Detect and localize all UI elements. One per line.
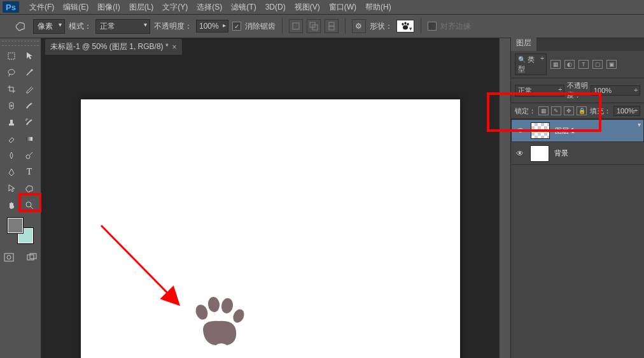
layer-blend-select[interactable]: 正常 (515, 85, 564, 97)
path-op-1[interactable] (289, 19, 303, 33)
layer-filter-type[interactable]: 🔍 类型 (515, 54, 547, 75)
svg-rect-17 (4, 254, 13, 261)
svg-point-5 (402, 23, 403, 25)
svg-point-16 (26, 202, 31, 207)
menu-3d[interactable]: 3D(D) (262, 1, 290, 13)
color-swatches[interactable] (8, 218, 33, 243)
menu-view[interactable]: 视图(V) (291, 1, 324, 14)
lock-trans-icon[interactable]: ▦ (538, 106, 549, 115)
tool-history-brush[interactable] (21, 115, 38, 130)
layers-panel-tab[interactable]: 图层 (511, 35, 536, 51)
shape-label: 形状： (370, 21, 393, 32)
path-op-3[interactable] (325, 19, 339, 33)
antialias-checkbox[interactable]: ✓ (232, 22, 241, 31)
tool-gradient[interactable] (21, 131, 38, 147)
menu-image[interactable]: 图像(I) (94, 1, 123, 14)
tool-path-select[interactable] (21, 48, 38, 64)
workspace: T 未标题-1 @ 50% (图层 1, RGB/8) * × (0, 38, 644, 358)
svg-rect-14 (26, 137, 32, 141)
filter-shape-icon[interactable]: ▢ (592, 60, 603, 69)
lock-all-icon[interactable]: 🔒 (577, 106, 587, 115)
svg-point-25 (231, 308, 246, 325)
layer-opacity-value[interactable]: 100% (591, 85, 640, 96)
menu-select[interactable]: 选择(S) (193, 1, 226, 14)
lock-pixel-icon[interactable]: ✎ (551, 106, 561, 115)
svg-point-8 (403, 25, 408, 30)
menu-filter[interactable]: 滤镜(T) (227, 1, 260, 14)
tool-lasso[interactable] (3, 65, 20, 80)
tool-text[interactable]: T (21, 164, 38, 180)
close-tab-icon[interactable]: × (172, 43, 177, 52)
canvas[interactable] (81, 99, 460, 358)
menu-layer[interactable]: 图层(L) (125, 1, 158, 14)
svg-point-22 (193, 303, 209, 322)
tool-dodge[interactable] (21, 148, 38, 163)
separator (421, 18, 421, 34)
svg-point-7 (407, 23, 409, 25)
toolbox-grip[interactable] (2, 41, 39, 46)
layer-thumbnail[interactable] (530, 145, 549, 162)
layer-row[interactable]: 👁 背景 (511, 142, 644, 165)
layer-opacity-label: 不透明度： (567, 81, 588, 100)
menu-help[interactable]: 帮助(H) (361, 1, 395, 14)
unit-select[interactable]: 像素 (33, 19, 65, 34)
lock-pos-icon[interactable]: ✥ (564, 106, 574, 115)
app-logo: Ps (3, 1, 19, 13)
svg-rect-3 (329, 22, 334, 26)
tool-stamp[interactable] (3, 115, 20, 130)
align-edges-label: 对齐边缘 (440, 21, 471, 32)
tool-blur[interactable] (3, 148, 20, 163)
layer-blend-row: 正常 不透明度： 100% (511, 78, 644, 103)
layer-name[interactable]: 背景 (554, 148, 568, 158)
tool-heal[interactable] (3, 98, 20, 113)
layer-fill-value[interactable]: 100% (613, 106, 640, 116)
filter-adjust-icon[interactable]: ◐ (564, 60, 575, 69)
paw-icon (400, 22, 410, 31)
align-edges-checkbox[interactable]: ✓ (428, 22, 437, 31)
shape-preset-picker[interactable] (396, 20, 414, 32)
options-bar: 像素 模式： 正常 不透明度： 100% ✓ 消除锯齿 ⚙ 形状： ✓ 对齐边缘 (0, 14, 644, 38)
filter-text-icon[interactable]: T (578, 60, 589, 69)
tool-hand[interactable] (3, 197, 20, 213)
tool-pen[interactable] (3, 164, 20, 180)
document-tab-title: 未标题-1 @ 50% (图层 1, RGB/8) * (50, 41, 169, 52)
tool-brush[interactable] (21, 98, 38, 113)
canvas-viewport[interactable] (41, 55, 499, 358)
visibility-toggle-icon[interactable]: 👁 (515, 149, 525, 158)
document-tab-bar: 未标题-1 @ 50% (图层 1, RGB/8) * × (41, 38, 499, 55)
menu-type[interactable]: 文字(Y) (158, 1, 192, 14)
tool-zoom[interactable] (21, 197, 38, 213)
tool-custom-shape[interactable] (21, 181, 38, 196)
svg-point-18 (7, 255, 11, 259)
layer-name[interactable]: 图层 1 (555, 126, 575, 136)
menu-bar: Ps 文件(F) 编辑(E) 图像(I) 图层(L) 文字(Y) 选择(S) 滤… (0, 0, 644, 14)
path-op-2[interactable] (307, 19, 321, 33)
svg-point-24 (220, 297, 234, 315)
svg-point-10 (8, 69, 15, 75)
visibility-toggle-icon[interactable]: 👁 (515, 126, 526, 135)
tool-eyedropper[interactable] (21, 82, 38, 97)
menu-file[interactable]: 文件(F) (25, 1, 58, 14)
layer-filter-row: 🔍 类型 ▦ ◐ T ▢ ▣ (511, 51, 644, 78)
tool-eraser[interactable] (3, 131, 20, 147)
quick-mask-toggle[interactable] (1, 250, 17, 265)
screen-mode-toggle[interactable] (24, 250, 40, 265)
svg-rect-0 (293, 23, 299, 29)
tool-move[interactable] (3, 48, 20, 64)
tool-crop[interactable] (3, 82, 20, 97)
gear-button[interactable]: ⚙ (352, 19, 366, 33)
current-tool-icon[interactable] (11, 19, 29, 33)
opacity-value[interactable]: 100% (196, 20, 228, 32)
menu-window[interactable]: 窗口(W) (325, 1, 360, 14)
filter-pixel-icon[interactable]: ▦ (550, 60, 561, 69)
foreground-color-swatch[interactable] (8, 218, 23, 233)
tool-direct-select[interactable] (3, 181, 20, 196)
filter-smart-icon[interactable]: ▣ (606, 60, 617, 69)
panel-dock-strip[interactable] (499, 38, 510, 358)
blend-mode-select[interactable]: 正常 (95, 19, 150, 34)
layer-row[interactable]: 👁 图层 1 (511, 119, 644, 142)
menu-edit[interactable]: 编辑(E) (59, 1, 92, 14)
document-tab[interactable]: 未标题-1 @ 50% (图层 1, RGB/8) * × (45, 39, 182, 55)
layer-thumbnail[interactable] (531, 122, 550, 139)
tool-magic-wand[interactable] (21, 65, 38, 80)
